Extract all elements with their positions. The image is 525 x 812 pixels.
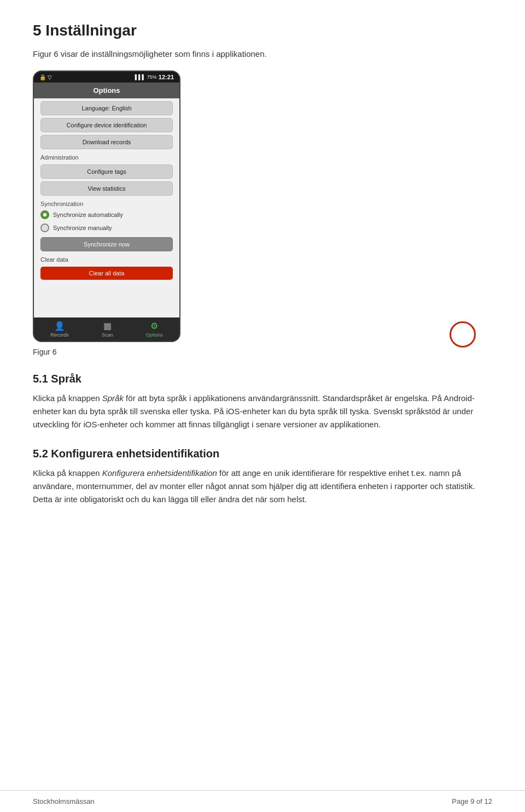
- section-52-text: Klicka på knappen Konfigurera enhetsiden…: [33, 467, 492, 506]
- sync-manual-radio[interactable]: [40, 223, 49, 232]
- admin-section-label: Administration: [34, 152, 179, 162]
- section-51-title: 5.1 Språk: [33, 373, 492, 385]
- page-footer: Stockholmsmässan Page 9 of 12: [0, 790, 525, 812]
- phone-screenshot-wrapper: 🔒 ▽ ▌▌▌ 75% 12:21 Options Language: Engl…: [33, 70, 492, 342]
- language-button[interactable]: Language: English: [40, 101, 173, 115]
- download-records-button[interactable]: Download records: [40, 135, 173, 149]
- section-52-title: 5.2 Konfigurera enhetsidentifikation: [33, 448, 492, 460]
- tab-options[interactable]: ⚙ Options: [146, 321, 163, 338]
- tab-scan[interactable]: ▦ Scan: [102, 321, 113, 338]
- signal-icon: ▌▌▌: [135, 74, 145, 80]
- figur-label: Figur 6: [33, 348, 492, 356]
- status-bar: 🔒 ▽ ▌▌▌ 75% 12:21: [34, 72, 179, 83]
- scan-icon: ▦: [103, 321, 112, 331]
- section-51-text: Klicka på knappen Språk för att byta spr…: [33, 392, 492, 431]
- footer-right: Page 9 of 12: [452, 797, 492, 805]
- view-statistics-button[interactable]: View statistics: [40, 181, 173, 196]
- phone-options-header: Options: [34, 83, 179, 98]
- scan-label: Scan: [102, 332, 113, 338]
- footer-left: Stockholmsmässan: [33, 797, 95, 805]
- records-icon: 👤: [54, 321, 65, 331]
- options-label: Options: [146, 332, 163, 338]
- configure-device-button[interactable]: Configure device identification: [40, 118, 173, 132]
- sync-section-label: Synchronization: [34, 198, 179, 208]
- clear-all-data-button[interactable]: Clear all data: [40, 267, 173, 280]
- tab-records[interactable]: 👤 Records: [50, 321, 69, 338]
- phone-screenshot: 🔒 ▽ ▌▌▌ 75% 12:21 Options Language: Engl…: [33, 70, 180, 342]
- phone-screen: Options Language: English Configure devi…: [34, 83, 179, 317]
- clear-section-label: Clear data: [34, 254, 179, 264]
- sync-now-button[interactable]: Synchronize now: [40, 237, 173, 251]
- intro-paragraph: Figur 6 visar de inställningsmöjligheter…: [33, 49, 492, 58]
- sync-auto-label: Synchronize automatically: [53, 211, 123, 218]
- records-label: Records: [50, 332, 69, 338]
- status-left: 🔒 ▽: [39, 74, 52, 80]
- sync-auto-option[interactable]: Synchronize automatically: [34, 208, 179, 221]
- battery-icon: 75%: [147, 74, 157, 80]
- bottom-tab-bar: 👤 Records ▦ Scan ⚙ Options: [34, 317, 179, 341]
- sync-auto-radio[interactable]: [40, 210, 49, 219]
- configure-tags-button[interactable]: Configure tags: [40, 164, 173, 179]
- options-icon: ⚙: [150, 321, 158, 331]
- sync-manual-label: Synchronize manually: [53, 225, 112, 231]
- time-display: 12:21: [159, 74, 174, 80]
- sync-manual-option[interactable]: Synchronize manually: [34, 221, 179, 234]
- status-icons: ▌▌▌ 75% 12:21: [135, 74, 174, 80]
- section-title: 5 Inställningar: [33, 22, 492, 39]
